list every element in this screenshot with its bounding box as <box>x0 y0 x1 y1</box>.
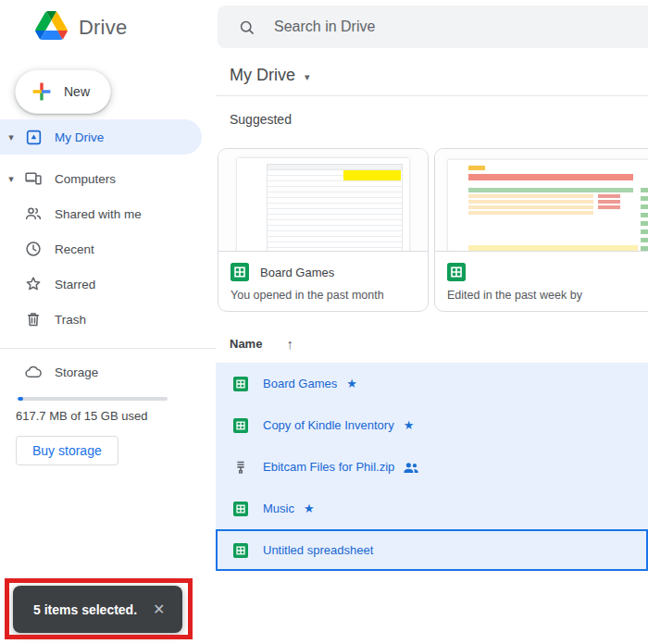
card-title: Board Games <box>260 266 334 279</box>
thumbnail-decoration <box>641 188 648 252</box>
sheets-icon <box>233 502 248 516</box>
sidebar-item-computers[interactable]: ▾ Computers <box>0 161 216 196</box>
suggested-section-title: Suggested <box>230 112 292 127</box>
breadcrumb[interactable]: My Drive ▾ <box>230 66 310 85</box>
sidebar-item-label: My Drive <box>55 130 104 144</box>
spreadsheet-thumbnail <box>435 149 648 252</box>
clock-icon <box>24 240 43 258</box>
sheets-icon <box>233 377 248 391</box>
expand-caret-icon[interactable]: ▾ <box>0 131 22 143</box>
sidebar-item-label: Shared with me <box>55 207 142 221</box>
file-name: Music <box>263 502 294 515</box>
file-row-music[interactable]: Music ★ <box>216 488 648 529</box>
card-reason: Edited in the past week by <box>447 289 648 302</box>
people-icon <box>24 204 43 223</box>
starred-icon: ★ <box>304 502 315 515</box>
file-name: Board Games <box>263 377 337 390</box>
file-list: Board Games ★ Copy of Kindle Inventory ★… <box>216 363 648 571</box>
sidebar-item-trash[interactable]: Trash <box>0 302 216 337</box>
card-reason: You opened in the past month <box>231 289 416 302</box>
thumbnail-decoration <box>468 245 639 251</box>
search-icon <box>238 19 255 36</box>
storage-label: Storage <box>55 365 98 379</box>
file-row-ebitcam-zip[interactable]: Ebitcam Files for Phil.zip <box>216 446 648 488</box>
sidebar-item-shared-with-me[interactable]: Shared with me <box>0 196 216 231</box>
storage-usage-text: 617.7 MB of 15 GB used <box>16 409 216 423</box>
suggested-card-2[interactable]: Edited in the past week by <box>434 148 648 312</box>
sidebar-item-recent[interactable]: Recent <box>0 231 216 266</box>
storage-section: Storage 617.7 MB of 15 GB used Buy stora… <box>0 349 216 465</box>
new-button[interactable]: New <box>15 69 111 114</box>
thumbnail-decoration <box>598 194 620 209</box>
thumbnail-page <box>448 160 648 252</box>
breadcrumb-title: My Drive <box>230 66 295 85</box>
star-icon <box>24 275 43 293</box>
close-icon[interactable]: ✕ <box>153 601 165 618</box>
thumbnail-page <box>237 158 409 252</box>
thumbnail-decoration <box>468 166 486 170</box>
search-input[interactable] <box>272 18 572 36</box>
thumbnail-decoration <box>267 169 403 252</box>
sidebar-item-label: Recent <box>55 242 94 256</box>
storage-progress-bar <box>18 397 168 401</box>
sidebar-item-label: Starred <box>55 278 95 291</box>
drive-logo-icon <box>35 11 68 43</box>
shared-people-icon <box>403 461 419 474</box>
file-row-untitled-spreadsheet[interactable]: Untitled spreadsheet <box>216 529 648 571</box>
selection-toast: 5 items selected. ✕ <box>13 586 182 633</box>
multicolor-plus-icon <box>31 80 53 103</box>
computers-icon <box>24 169 43 188</box>
sort-ascending-icon[interactable]: ↑ <box>286 336 293 352</box>
sidebar-item-storage[interactable]: Storage <box>0 354 216 390</box>
drive-icon <box>24 128 43 146</box>
toast-message: 5 items selected. <box>33 602 137 617</box>
sheets-icon <box>233 418 248 433</box>
thumbnail-decoration <box>468 188 633 192</box>
sidebar-item-my-drive[interactable]: ▾ My Drive <box>0 119 202 155</box>
file-row-board-games[interactable]: Board Games ★ <box>216 363 648 404</box>
file-name: Copy of Kindle Inventory <box>263 418 394 432</box>
file-name: Untitled spreadsheet <box>263 543 373 557</box>
thumbnail-decoration <box>343 170 400 180</box>
buy-storage-button[interactable]: Buy storage <box>16 436 118 465</box>
divider <box>216 95 648 96</box>
sheets-icon <box>231 263 249 281</box>
card-info: Board Games You opened in the past month <box>218 252 428 302</box>
file-row-copy-of-kindle-inventory[interactable]: Copy of Kindle Inventory ★ <box>216 404 648 446</box>
new-button-label: New <box>64 84 90 99</box>
file-name: Ebitcam Files for Phil.zip <box>263 460 394 474</box>
card-info: Edited in the past week by <box>435 252 648 302</box>
drive-logo-area[interactable]: Drive <box>35 11 127 43</box>
zip-icon <box>233 460 248 475</box>
main-content: My Drive ▾ Suggested <box>216 54 648 644</box>
sheets-icon <box>447 263 466 281</box>
name-column-label: Name <box>230 337 262 351</box>
list-sort-name-header[interactable]: Name ↑ <box>230 336 293 352</box>
sidebar-item-starred[interactable]: Starred <box>0 266 216 302</box>
starred-icon: ★ <box>346 377 357 390</box>
trash-icon <box>24 310 43 328</box>
thumbnail-decoration <box>468 194 593 215</box>
spreadsheet-thumbnail <box>218 149 428 252</box>
app-header: Drive <box>0 0 648 55</box>
chevron-down-icon[interactable]: ▾ <box>305 68 310 83</box>
sidebar-nav: ▾ My Drive ▾ Computers <box>0 119 216 349</box>
cloud-icon <box>24 363 43 381</box>
sidebar-item-label: Trash <box>55 313 86 327</box>
sidebar-item-label: Computers <box>55 172 116 186</box>
app-title: Drive <box>79 16 127 40</box>
sidebar: New ▾ My Drive ▾ Computers <box>0 54 216 644</box>
thumbnail-decoration <box>468 174 633 180</box>
expand-caret-icon[interactable]: ▾ <box>0 173 22 185</box>
sheets-icon <box>233 543 248 558</box>
storage-progress-fill <box>18 397 23 401</box>
search-bar[interactable] <box>218 6 648 48</box>
starred-icon: ★ <box>404 418 415 432</box>
suggested-card-board-games[interactable]: Board Games You opened in the past month <box>218 148 429 312</box>
